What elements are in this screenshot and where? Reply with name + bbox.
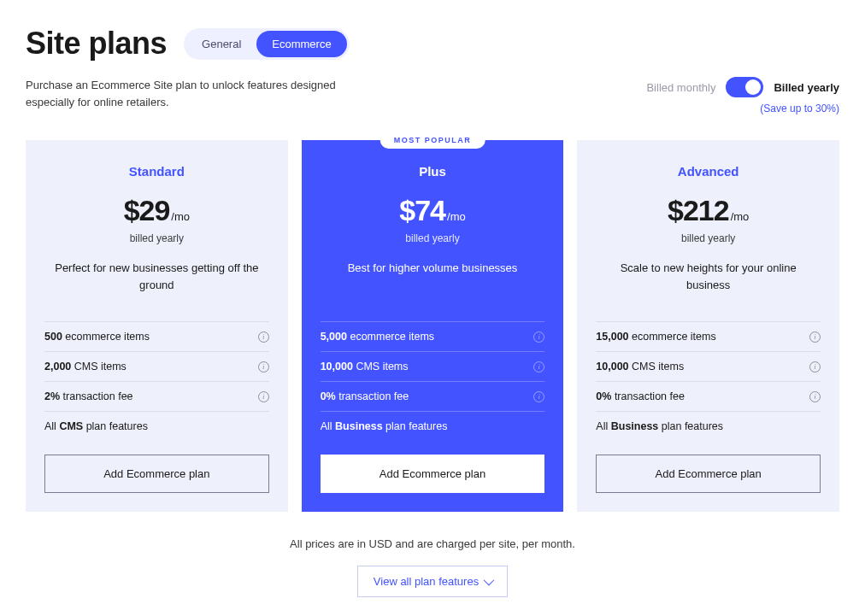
plan-price-period: /mo: [731, 210, 750, 223]
info-icon[interactable]: i: [809, 361, 821, 373]
page-title: Site plans: [26, 26, 167, 62]
plan-price: $29: [124, 194, 170, 226]
info-icon[interactable]: i: [533, 361, 544, 373]
add-plan-button[interactable]: Add Ecommerce plan: [321, 455, 545, 493]
feature-row: 10,000 CMS items i: [321, 352, 545, 382]
feature-row: 15,000 ecommerce items i: [596, 322, 821, 352]
plan-name: Plus: [321, 164, 545, 179]
plan-price: $74: [399, 194, 445, 226]
feature-row: All Business plan features: [321, 412, 545, 441]
feature-row: 500 ecommerce items i: [44, 322, 269, 352]
feature-row: 5,000 ecommerce items i: [321, 322, 545, 352]
billed-yearly-label: Billed yearly: [774, 81, 839, 94]
feature-row: All Business plan features: [596, 412, 821, 441]
tab-general[interactable]: General: [186, 31, 256, 57]
info-icon[interactable]: i: [258, 331, 269, 343]
plan-description: Scale to new heights for your online bus…: [596, 260, 821, 321]
plan-description: Best for higher volume businesses: [321, 260, 545, 321]
feature-row: 0% transaction fee i: [321, 382, 545, 412]
view-all-label: View all plan features: [374, 575, 479, 588]
plan-price-period: /mo: [447, 210, 466, 223]
add-plan-button[interactable]: Add Ecommerce plan: [44, 455, 269, 493]
plan-name: Advanced: [596, 164, 821, 179]
page-subtitle: Purchase an Ecommerce Site plan to unloc…: [26, 77, 385, 110]
info-icon[interactable]: i: [258, 361, 269, 373]
info-icon[interactable]: i: [533, 331, 544, 343]
most-popular-badge: MOST POPULAR: [380, 132, 485, 149]
feature-row: All CMS plan features: [44, 412, 269, 441]
pricing-footnote: All prices are in USD and are charged pe…: [26, 537, 839, 550]
plan-card-plus: MOST POPULAR Plus $74/mo billed yearly B…: [302, 140, 564, 512]
feature-row: 2% transaction fee i: [44, 382, 269, 412]
info-icon[interactable]: i: [258, 391, 269, 402]
plan-billed: billed yearly: [321, 232, 545, 244]
feature-row: 0% transaction fee i: [596, 382, 821, 412]
plan-description: Perfect for new businesses getting off t…: [44, 260, 269, 321]
tab-ecommerce[interactable]: Ecommerce: [256, 31, 346, 57]
add-plan-button[interactable]: Add Ecommerce plan: [596, 455, 821, 493]
chevron-down-icon: [484, 575, 495, 586]
billing-toggle[interactable]: [726, 77, 763, 97]
plan-billed: billed yearly: [44, 232, 269, 244]
info-icon[interactable]: i: [809, 331, 821, 343]
info-icon[interactable]: i: [533, 391, 544, 402]
feature-row: 2,000 CMS items i: [44, 352, 269, 382]
plan-type-tabs: General Ecommerce: [184, 28, 350, 60]
billed-monthly-label: Billed monthly: [646, 81, 715, 94]
plan-billed: billed yearly: [596, 232, 821, 244]
feature-row: 10,000 CMS items i: [596, 352, 821, 382]
plan-card-standard: Standard $29/mo billed yearly Perfect fo…: [26, 140, 288, 512]
plan-card-advanced: Advanced $212/mo billed yearly Scale to …: [577, 140, 839, 512]
plan-price-period: /mo: [171, 210, 190, 223]
plan-name: Standard: [44, 164, 269, 179]
savings-note: (Save up to 30%): [646, 103, 839, 114]
plan-price: $212: [668, 194, 729, 226]
view-all-features-button[interactable]: View all plan features: [357, 566, 508, 597]
info-icon[interactable]: i: [809, 391, 821, 402]
